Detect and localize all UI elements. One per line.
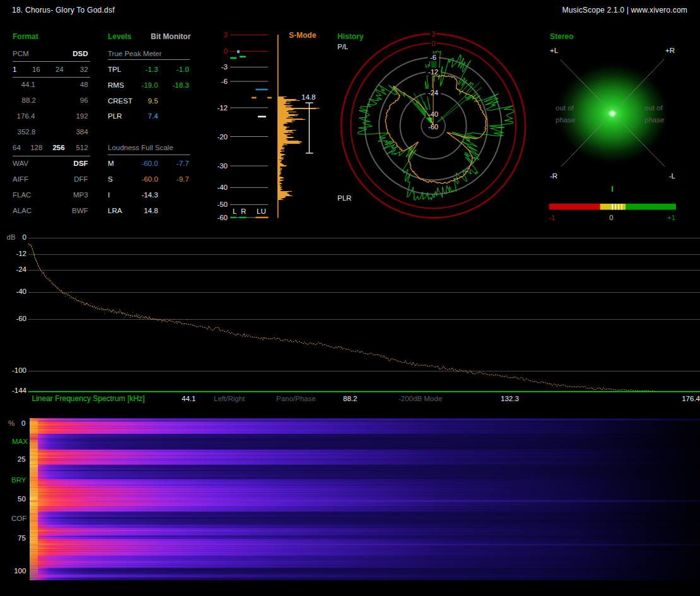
svg-text:R: R (241, 207, 246, 215)
svg-text:-3: -3 (221, 63, 228, 71)
svg-text:3: 3 (224, 31, 228, 38)
svg-text:-6: -6 (221, 78, 228, 85)
svg-text:-20: -20 (217, 133, 228, 141)
svg-text:-12: -12 (217, 104, 228, 112)
svg-text:0: 0 (431, 40, 435, 47)
svg-text:-50: -50 (217, 201, 228, 208)
svg-text:-12: -12 (428, 68, 438, 76)
svg-text:-40: -40 (217, 184, 228, 191)
svg-text:LU: LU (257, 207, 266, 215)
svg-text:3: 3 (431, 30, 435, 38)
svg-text:S-Mode: S-Mode (289, 31, 317, 40)
svg-text:L: L (233, 207, 237, 215)
svg-text:-30: -30 (217, 162, 228, 170)
svg-text:-6: -6 (430, 54, 436, 61)
svg-text:14.8: 14.8 (301, 93, 315, 101)
svg-text:0: 0 (224, 47, 228, 55)
svg-text:-60: -60 (217, 214, 228, 221)
